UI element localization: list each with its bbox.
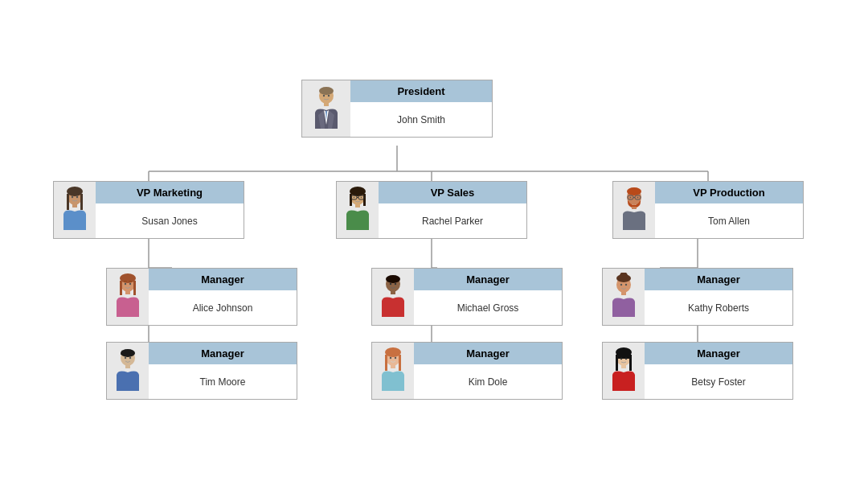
svg-point-53 xyxy=(129,283,131,285)
president-name: John Smith xyxy=(350,102,492,137)
svg-rect-79 xyxy=(616,354,631,359)
vp-production-title: VP Production xyxy=(655,182,803,203)
manager-betsy-content: Manager Betsy Foster xyxy=(645,343,792,399)
vp-production-avatar xyxy=(613,182,655,238)
manager-kathy-node: Manager Kathy Roberts xyxy=(602,268,793,326)
manager-tim-content: Manager Tim Moore xyxy=(149,343,297,399)
svg-point-69 xyxy=(390,357,391,359)
manager-kim-title: Manager xyxy=(414,343,562,364)
manager-betsy-node: Manager Betsy Foster xyxy=(602,342,793,400)
svg-point-27 xyxy=(72,196,73,198)
org-chart: President John Smith xyxy=(0,0,868,489)
vp-sales-node: VP Sales Rachel Parker xyxy=(336,181,527,239)
manager-tim-title: Manager xyxy=(149,343,297,364)
manager-kim-name: Kim Dole xyxy=(414,364,562,399)
manager-betsy-title: Manager xyxy=(645,343,792,364)
president-avatar xyxy=(302,80,350,137)
svg-rect-61 xyxy=(391,290,395,294)
vp-marketing-node: VP Marketing Susan Jones xyxy=(53,181,244,239)
manager-alice-content: Manager Alice Johnson xyxy=(149,269,297,325)
vp-sales-content: VP Sales Rachel Parker xyxy=(379,182,526,238)
manager-kathy-name: Kathy Roberts xyxy=(645,290,792,325)
manager-michael-title: Manager xyxy=(414,269,562,290)
svg-point-40 xyxy=(627,187,641,195)
vp-marketing-name: Susan Jones xyxy=(96,203,244,238)
svg-rect-25 xyxy=(80,194,83,210)
vp-sales-name: Rachel Parker xyxy=(379,203,526,238)
manager-tim-avatar xyxy=(107,343,149,399)
manager-alice-node: Manager Alice Johnson xyxy=(106,268,297,326)
svg-rect-44 xyxy=(632,207,637,209)
svg-point-28 xyxy=(76,196,78,198)
manager-kathy-content: Manager Kathy Roberts xyxy=(645,269,792,325)
manager-tim-node: Manager Tim Moore xyxy=(106,342,297,400)
svg-rect-67 xyxy=(399,355,401,371)
svg-rect-24 xyxy=(67,194,69,210)
svg-point-46 xyxy=(637,197,639,199)
manager-kim-node: Manager Kim Dole xyxy=(371,342,563,400)
svg-rect-36 xyxy=(355,203,360,208)
vp-production-name: Tom Allen xyxy=(655,203,803,238)
org-connectors xyxy=(0,0,868,489)
vp-sales-avatar xyxy=(337,182,379,238)
svg-point-63 xyxy=(395,283,396,285)
svg-point-38 xyxy=(361,197,362,199)
manager-alice-title: Manager xyxy=(149,269,297,290)
vp-production-node: VP Production Tom Allen xyxy=(612,181,804,239)
svg-rect-66 xyxy=(385,355,387,371)
svg-point-62 xyxy=(390,283,391,285)
svg-rect-81 xyxy=(629,355,632,371)
vp-production-content: VP Production Tom Allen xyxy=(655,182,803,238)
svg-point-70 xyxy=(395,357,396,359)
svg-point-57 xyxy=(125,357,126,359)
svg-point-75 xyxy=(620,284,622,286)
svg-rect-56 xyxy=(125,364,130,368)
manager-tim-name: Tim Moore xyxy=(149,364,297,399)
svg-point-83 xyxy=(620,358,622,360)
svg-rect-19 xyxy=(324,102,329,106)
svg-rect-80 xyxy=(616,355,618,371)
svg-rect-74 xyxy=(621,291,626,295)
svg-point-60 xyxy=(386,275,400,283)
vp-sales-title: VP Sales xyxy=(379,182,526,203)
svg-point-84 xyxy=(625,358,627,360)
president-content: President John Smith xyxy=(350,80,492,137)
svg-rect-50 xyxy=(133,281,136,295)
manager-betsy-name: Betsy Foster xyxy=(645,364,792,399)
president-title: President xyxy=(350,80,492,102)
manager-michael-name: Michael Gross xyxy=(414,290,562,325)
svg-point-76 xyxy=(625,284,627,286)
svg-rect-51 xyxy=(125,290,130,294)
vp-marketing-content: VP Marketing Susan Jones xyxy=(96,182,244,238)
vp-marketing-avatar xyxy=(54,182,96,238)
manager-kim-content: Manager Kim Dole xyxy=(414,343,562,399)
manager-michael-avatar xyxy=(372,269,414,325)
manager-kim-avatar xyxy=(372,343,414,399)
president-node: President John Smith xyxy=(301,80,493,138)
manager-betsy-avatar xyxy=(603,343,645,399)
svg-rect-68 xyxy=(391,364,395,368)
svg-rect-49 xyxy=(120,281,122,295)
manager-kathy-avatar xyxy=(603,269,645,325)
svg-point-52 xyxy=(125,283,126,285)
manager-michael-content: Manager Michael Gross xyxy=(414,269,562,325)
svg-point-58 xyxy=(129,357,131,359)
svg-point-18 xyxy=(319,87,334,95)
vp-marketing-title: VP Marketing xyxy=(96,182,244,203)
svg-point-37 xyxy=(354,197,355,199)
svg-rect-82 xyxy=(621,364,626,368)
svg-rect-26 xyxy=(72,203,77,208)
manager-kathy-title: Manager xyxy=(645,269,792,290)
svg-point-20 xyxy=(323,95,325,97)
svg-point-45 xyxy=(630,197,632,199)
manager-alice-avatar xyxy=(107,269,149,325)
manager-alice-name: Alice Johnson xyxy=(149,290,297,325)
svg-point-21 xyxy=(328,95,330,97)
manager-michael-node: Manager Michael Gross xyxy=(371,268,563,326)
